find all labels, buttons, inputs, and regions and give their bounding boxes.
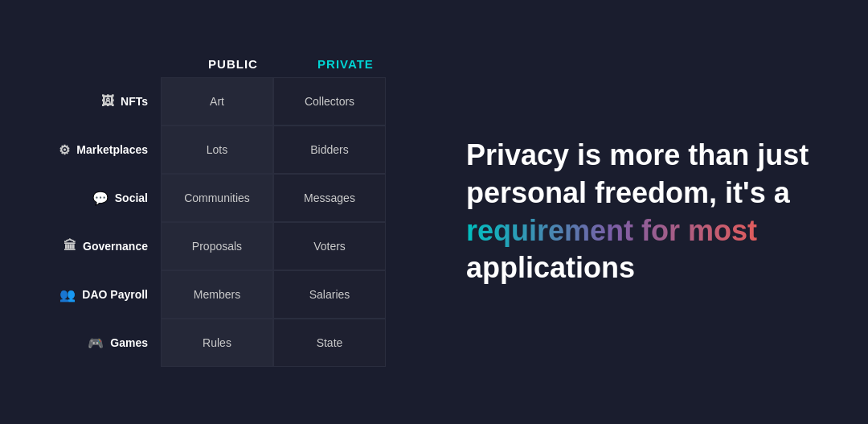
row-label-games: 🎮Games <box>32 335 161 351</box>
games-label: Games <box>110 336 148 349</box>
cell-public-nfts: Art <box>161 77 273 126</box>
row-label-marketplaces: ⚙Marketplaces <box>32 142 161 158</box>
row-label-dao-payroll: 👥DAO Payroll <box>32 287 161 303</box>
table-row: 🖼NFTsArtCollectors <box>32 77 418 126</box>
governance-label: Governance <box>83 240 148 253</box>
table-header: PUBLIC PRIVATE <box>177 57 402 71</box>
nfts-icon: 🖼 <box>101 94 114 109</box>
header-private: PRIVATE <box>289 57 402 71</box>
headline-line2: personal freedom, it's a <box>466 176 790 209</box>
table-section: PUBLIC PRIVATE 🖼NFTsArtCollectors⚙Market… <box>32 57 418 367</box>
headline: Privacy is more than just personal freed… <box>466 137 809 287</box>
text-section: Privacy is more than just personal freed… <box>418 137 836 287</box>
headline-line3: applications <box>466 251 635 284</box>
nfts-label: NFTs <box>121 95 148 108</box>
cell-private-social: Messages <box>273 174 386 222</box>
table-body: 🖼NFTsArtCollectors⚙MarketplacesLotsBidde… <box>32 77 418 367</box>
table-row: 💬SocialCommunitiesMessages <box>32 174 418 222</box>
dao-payroll-label: DAO Payroll <box>82 288 148 301</box>
social-icon: 💬 <box>92 191 108 206</box>
table-row: 🏛GovernanceProposalsVoters <box>32 222 418 270</box>
marketplaces-label: Marketplaces <box>76 143 148 156</box>
social-label: Social <box>115 191 148 204</box>
cell-private-governance: Voters <box>273 222 386 270</box>
header-public: PUBLIC <box>177 57 289 71</box>
headline-gradient: requirement for most <box>466 214 757 247</box>
cell-public-marketplaces: Lots <box>161 126 273 174</box>
headline-line1: Privacy is more than just <box>466 138 809 171</box>
table-row: 👥DAO PayrollMembersSalaries <box>32 270 418 319</box>
cell-private-nfts: Collectors <box>273 77 386 126</box>
row-label-governance: 🏛Governance <box>32 239 161 253</box>
dao-payroll-icon: 👥 <box>59 287 76 303</box>
table-row: 🎮GamesRulesState <box>32 319 418 367</box>
games-icon: 🎮 <box>88 335 104 351</box>
cell-public-social: Communities <box>161 174 273 222</box>
table-row: ⚙MarketplacesLotsBidders <box>32 126 418 174</box>
cell-public-governance: Proposals <box>161 222 273 270</box>
cell-private-dao-payroll: Salaries <box>273 270 386 319</box>
cell-public-dao-payroll: Members <box>161 270 273 319</box>
cell-public-games: Rules <box>161 319 273 367</box>
main-container: PUBLIC PRIVATE 🖼NFTsArtCollectors⚙Market… <box>0 0 868 424</box>
marketplaces-icon: ⚙ <box>59 142 70 158</box>
row-label-nfts: 🖼NFTs <box>32 94 161 109</box>
cell-private-games: State <box>273 319 386 367</box>
governance-icon: 🏛 <box>63 239 76 253</box>
row-label-social: 💬Social <box>32 191 161 206</box>
cell-private-marketplaces: Bidders <box>273 126 386 174</box>
